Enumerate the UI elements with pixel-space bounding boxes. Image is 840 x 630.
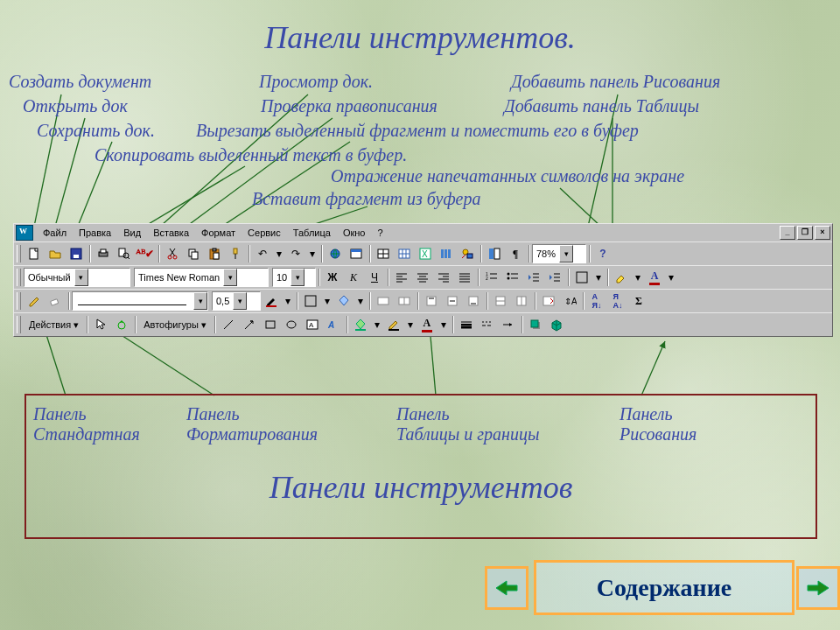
spellcheck-button[interactable]: ᴬᴮ✔ xyxy=(135,244,156,264)
grip[interactable] xyxy=(17,245,21,262)
copy-button[interactable] xyxy=(183,244,204,264)
sort-asc-button[interactable]: АЯ↓ xyxy=(586,291,607,312)
autoshapes-menu[interactable]: Автофигуры ▾ xyxy=(138,319,212,331)
highlight-button[interactable] xyxy=(611,268,632,288)
font-color-dropdown[interactable]: ▾ xyxy=(665,268,677,288)
decrease-indent-button[interactable] xyxy=(523,268,544,288)
excel-button[interactable]: X xyxy=(415,244,436,264)
open-doc-button[interactable] xyxy=(45,244,66,264)
border-dropdown[interactable]: ▾ xyxy=(592,268,605,288)
tables-borders-toggle[interactable] xyxy=(373,244,394,264)
shading-button[interactable] xyxy=(333,291,354,312)
arrow-tool-button[interactable] xyxy=(239,315,260,335)
menu-view[interactable]: Вид xyxy=(117,226,147,240)
drawing-toggle[interactable] xyxy=(457,244,478,264)
grip[interactable] xyxy=(17,269,21,286)
document-map-button[interactable] xyxy=(484,244,505,264)
restore-button[interactable]: ❐ xyxy=(797,226,813,240)
menu-insert[interactable]: Вставка xyxy=(147,226,195,240)
distribute-rows-button[interactable] xyxy=(490,291,511,312)
format-painter-button[interactable] xyxy=(225,244,246,264)
close-button[interactable]: × xyxy=(815,226,830,240)
chevron-down-icon[interactable]: ▾ xyxy=(193,292,207,310)
draw-table-button[interactable] xyxy=(24,291,45,312)
distribute-cols-button[interactable] xyxy=(511,291,532,312)
undo-button[interactable]: ↶ xyxy=(252,244,273,264)
insert-table-button[interactable] xyxy=(394,244,415,264)
new-doc-button[interactable] xyxy=(24,244,45,264)
italic-button[interactable]: К xyxy=(343,268,364,288)
menu-window[interactable]: Окно xyxy=(337,226,372,240)
numbered-list-button[interactable]: 12 xyxy=(481,268,502,288)
minimize-button[interactable]: _ xyxy=(780,226,795,240)
textbox-tool-button[interactable]: A xyxy=(302,315,323,335)
rectangle-tool-button[interactable] xyxy=(260,315,281,335)
arrow-style-button[interactable] xyxy=(498,315,519,335)
align-middle-button[interactable] xyxy=(442,291,463,312)
align-top-button[interactable] xyxy=(421,291,442,312)
redo-button[interactable]: ↷ xyxy=(285,244,306,264)
split-cells-button[interactable] xyxy=(394,291,415,312)
web-toolbar-button[interactable] xyxy=(346,244,367,264)
show-paragraph-button[interactable]: ¶ xyxy=(505,244,526,264)
fill-color-button[interactable] xyxy=(350,315,371,335)
align-left-button[interactable] xyxy=(391,268,412,288)
chevron-down-icon[interactable]: ▾ xyxy=(290,269,304,286)
align-right-button[interactable] xyxy=(433,268,454,288)
menu-service[interactable]: Сервис xyxy=(242,226,287,240)
align-bottom-button[interactable] xyxy=(463,291,484,312)
shading-dropdown[interactable]: ▾ xyxy=(354,291,367,312)
menu-file[interactable]: Файл xyxy=(37,226,73,240)
font-size-combo[interactable]: 10 ▾ xyxy=(272,268,316,287)
line-style-combo[interactable]: ▾ xyxy=(72,291,208,311)
3d-button[interactable] xyxy=(546,315,567,335)
nav-prev-button[interactable] xyxy=(485,566,523,605)
chevron-down-icon[interactable]: ▾ xyxy=(74,269,88,286)
shadow-button[interactable] xyxy=(525,315,546,335)
line-width-combo[interactable]: 0,5 ▾ xyxy=(212,291,261,311)
font-color-button[interactable]: A xyxy=(644,268,665,288)
redo-dropdown[interactable]: ▾ xyxy=(306,244,318,264)
dash-style-button[interactable] xyxy=(477,315,498,335)
font-color-dropdown2[interactable]: ▾ xyxy=(438,315,450,335)
menu-edit[interactable]: Правка xyxy=(73,226,117,240)
save-doc-button[interactable] xyxy=(66,244,87,264)
oval-tool-button[interactable] xyxy=(281,315,302,335)
sort-desc-button[interactable]: ЯА↓ xyxy=(607,291,628,312)
merge-cells-button[interactable] xyxy=(373,291,394,312)
line-style-button[interactable] xyxy=(456,315,477,335)
paste-button[interactable] xyxy=(204,244,225,264)
chevron-down-icon[interactable]: ▾ xyxy=(223,269,237,286)
fill-color-dropdown[interactable]: ▾ xyxy=(371,315,383,335)
pen-color-button[interactable] xyxy=(261,291,282,312)
cut-button[interactable] xyxy=(162,244,183,264)
menu-table[interactable]: Таблица xyxy=(287,226,337,240)
print-preview-button[interactable] xyxy=(114,244,135,264)
wordart-button[interactable]: A xyxy=(323,315,344,335)
style-combo[interactable]: Обычный ▾ xyxy=(24,268,130,287)
menu-help[interactable]: ? xyxy=(371,226,388,240)
zoom-combo[interactable]: 78% ▾ xyxy=(532,244,586,263)
chevron-down-icon[interactable]: ▾ xyxy=(233,292,247,310)
eraser-button[interactable] xyxy=(45,291,66,312)
print-button[interactable] xyxy=(93,244,114,264)
align-center-button[interactable] xyxy=(412,268,433,288)
border-button2[interactable] xyxy=(300,291,321,312)
chevron-down-icon[interactable]: ▾ xyxy=(559,245,573,262)
table-autoformat-button[interactable] xyxy=(538,291,559,312)
align-justify-button[interactable] xyxy=(454,268,475,288)
bold-button[interactable]: Ж xyxy=(322,268,343,288)
highlight-dropdown[interactable]: ▾ xyxy=(632,268,644,288)
nav-toc-button[interactable]: Содержание xyxy=(534,560,794,615)
font-color-button2[interactable]: A xyxy=(416,315,438,335)
border-dropdown2[interactable]: ▾ xyxy=(321,291,333,312)
bullet-list-button[interactable] xyxy=(502,268,523,288)
line-tool-button[interactable] xyxy=(218,315,239,335)
text-direction-button[interactable]: ⇕A xyxy=(559,291,580,312)
line-color-dropdown[interactable]: ▾ xyxy=(404,315,416,335)
select-objects-button[interactable] xyxy=(90,315,111,335)
nav-next-button[interactable] xyxy=(796,566,835,605)
underline-button[interactable]: Ч xyxy=(364,268,385,288)
menu-format[interactable]: Формат xyxy=(195,226,242,240)
actions-menu[interactable]: Действия ▾ xyxy=(24,319,84,331)
